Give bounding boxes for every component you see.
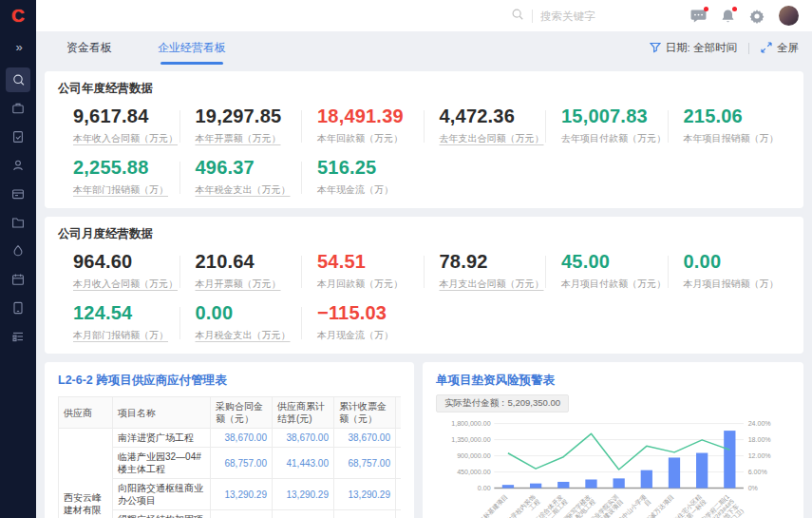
- notifications-bell-icon[interactable]: [721, 9, 735, 24]
- amount-cell[interactable]: 68,757.00: [334, 448, 396, 479]
- sidebar-item-water-drop[interactable]: [6, 239, 30, 263]
- annual-kpi-label[interactable]: 本年部门报销额（万）: [73, 183, 180, 197]
- amount-cell[interactable]: 13,290.29: [334, 479, 396, 510]
- tab-toolbar: 日期: 全部时间 全屏: [650, 41, 799, 55]
- annual-kpi-label[interactable]: 本年开票额（万元）: [196, 132, 303, 145]
- bar-actual-amount[interactable]: [502, 485, 514, 488]
- sidebar-item-user[interactable]: [6, 153, 30, 178]
- main-area: 资金看板 企业经营看板 日期: 全部时间 全屏 公司年度经营数据 9,617.8…: [36, 0, 812, 518]
- annual-kpi-5: 215.06本年项目报销额（万）: [669, 106, 791, 145]
- risk-chart-title: 单项目垫资风险预警表: [436, 373, 790, 389]
- monthly-kpi-value: 124.54: [73, 302, 180, 324]
- search-input[interactable]: [540, 10, 631, 22]
- amount-cell[interactable]: 38,670.00: [273, 429, 334, 448]
- fullscreen-button[interactable]: 全屏: [761, 41, 799, 55]
- bar-actual-amount[interactable]: [696, 453, 708, 489]
- amount-cell[interactable]: 68,757.00: [211, 448, 273, 479]
- calendar-icon: [10, 272, 26, 287]
- bar-actual-amount[interactable]: [614, 478, 625, 488]
- project-name-cell: 临港产业园32—04#楼主体工程: [113, 448, 211, 479]
- annual-kpi-value: 496.37: [196, 157, 303, 179]
- amount-cell[interactable]: 56,000.00: [211, 510, 273, 518]
- sidebar-item-document-check[interactable]: [6, 125, 30, 149]
- right-axis-tick: 18.00%: [748, 436, 772, 444]
- annual-kpi-label[interactable]: 本年收入合同额（万元）: [73, 132, 180, 145]
- left-axis-tick: 450,000.00: [457, 469, 490, 476]
- right-axis-tick: 12.00%: [748, 452, 772, 460]
- top-bar: [36, 0, 812, 31]
- bar-actual-amount[interactable]: [641, 470, 652, 489]
- monthly-kpi-0: 964.60本月收入合同额（万元）: [58, 251, 180, 291]
- sidebar-item-tablet[interactable]: [6, 296, 30, 320]
- dashboard-tab-bar: 资金看板 企业经营看板 日期: 全部时间 全屏: [36, 31, 812, 65]
- monthly-kpi-value: 210.64: [196, 251, 303, 273]
- date-filter-label: 日期: 全部时间: [666, 41, 737, 55]
- amount-cell[interactable]: 13,290.29: [273, 479, 334, 510]
- amount-cell[interactable]: 13,290.29: [211, 479, 273, 510]
- settings-gear-icon[interactable]: [749, 9, 765, 24]
- annual-kpi-label: 本年回款额（万元）: [317, 132, 425, 145]
- amount-cell[interactable]: 38,670.00: [334, 429, 396, 448]
- sidebar-item-folder[interactable]: [6, 210, 30, 235]
- monthly-kpi-label[interactable]: 本月开票额（万元）: [196, 278, 303, 291]
- sidebar-item-calendar[interactable]: [6, 267, 30, 292]
- monthly-kpi-label[interactable]: 本月支出合同额（万元）: [440, 278, 547, 291]
- monthly-kpi-label[interactable]: 本月部门报销额（万）: [73, 329, 180, 342]
- annual-kpi-label[interactable]: 去年支出合同额（万元）: [440, 132, 547, 145]
- left-axis-tick: 900,000.00: [457, 452, 490, 460]
- sidebar-item-briefcase[interactable]: [6, 96, 30, 121]
- amount-cell[interactable]: 41,443.00: [396, 448, 402, 479]
- annual-kpi-label[interactable]: 本年税金支出（万元）: [196, 183, 303, 197]
- sidebar-expand-icon[interactable]: »: [15, 40, 20, 54]
- annual-kpi-value: 9,617.84: [73, 106, 180, 127]
- bar-actual-amount[interactable]: [669, 457, 680, 488]
- sidebar-item-search[interactable]: [6, 67, 30, 92]
- user-avatar[interactable]: [779, 6, 799, 26]
- id-card-icon: [10, 186, 26, 201]
- monthly-kpi-value: 78.92: [440, 251, 547, 273]
- bar-actual-amount[interactable]: [557, 482, 569, 489]
- monthly-kpi-value: −115.03: [317, 302, 425, 324]
- messages-badge-dot: [704, 7, 708, 11]
- supplier-table-title: L2-6-2 跨项目供应商应付管理表: [58, 373, 401, 389]
- table-column-header: 累计收票金额（元）: [334, 397, 396, 429]
- amount-cell[interactable]: 13,290.29: [396, 479, 402, 510]
- annual-kpi-6: 2,255.88本年部门报销额（万）: [58, 157, 180, 197]
- document-check-icon: [10, 129, 26, 144]
- date-filter[interactable]: 日期: 全部时间: [650, 41, 737, 55]
- annual-data-card: 公司年度经营数据 9,617.84本年收入合同额（万元）19,297.85本年开…: [45, 71, 803, 208]
- annual-kpi-value: 215.06: [684, 106, 791, 127]
- bar-actual-amount[interactable]: [530, 484, 541, 489]
- bar-actual-amount[interactable]: [585, 479, 596, 488]
- monthly-kpi-value: 45.00: [561, 251, 669, 273]
- tab-fund-dashboard[interactable]: 资金看板: [44, 31, 135, 65]
- app-logo[interactable]: C: [0, 0, 36, 32]
- monthly-kpi-label[interactable]: 本月税金支出（万元）: [196, 329, 303, 342]
- monthly-data-card: 公司月度经营数据 964.60本月收入合同额（万元）210.64本月开票额（万元…: [45, 217, 803, 354]
- monthly-kpi-value: 0.00: [684, 251, 791, 273]
- folder-icon: [10, 215, 26, 230]
- supplier-table-scroll-area[interactable]: 供应商项目名称采购合同金额（元）供应商累计结算(元)累计收票金额（元）累计付款金…: [58, 396, 401, 518]
- supplier-name-cell: 西安云峰建材有限公司: [59, 429, 113, 518]
- bar-actual-amount[interactable]: [724, 431, 735, 488]
- monthly-kpi-label[interactable]: 本月收入合同额（万元）: [73, 278, 180, 291]
- messages-icon[interactable]: [690, 9, 707, 23]
- supplier-payable-table: 供应商项目名称采购合同金额（元）供应商累计结算(元)累计收票金额（元）累计付款金…: [58, 396, 401, 518]
- notifications-badge-dot: [732, 7, 737, 11]
- sidebar-item-report[interactable]: [6, 324, 30, 349]
- user-icon: [10, 158, 26, 173]
- amount-cell[interactable]: 45,000.00: [334, 510, 396, 518]
- amount-cell[interactable]: 41,443.00: [273, 448, 334, 479]
- amount-cell[interactable]: 38,670.00: [211, 429, 273, 448]
- amount-cell[interactable]: 38,670.00: [396, 429, 402, 448]
- briefcase-icon: [10, 101, 26, 116]
- tab-enterprise-dashboard[interactable]: 企业经营看板: [135, 31, 249, 65]
- amount-cell[interactable]: 45,000.00: [273, 510, 334, 518]
- tablet-icon: [10, 300, 26, 316]
- sidebar-item-id-card[interactable]: [6, 182, 30, 206]
- monthly-kpi-3: 78.92本月支出合同额（万元）: [425, 251, 547, 291]
- amount-cell[interactable]: 33,000.00: [396, 510, 402, 518]
- monthly-kpi-value: 964.60: [73, 251, 180, 273]
- risk-chart-plot[interactable]: 1,800,000.0024.00%1,350,000.0018.00%900,…: [436, 416, 790, 518]
- right-axis-tick: 0%: [748, 485, 759, 492]
